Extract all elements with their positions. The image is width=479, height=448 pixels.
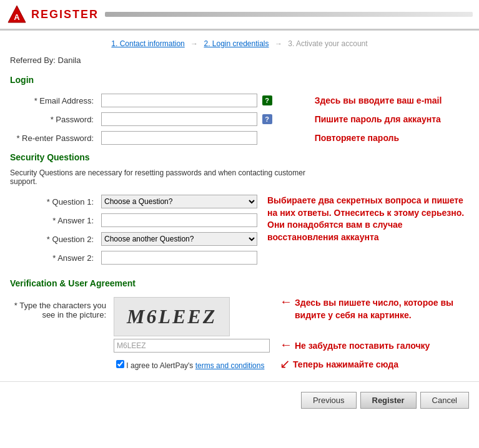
referred-by-row: Referred By: Danila — [0, 52, 479, 75]
arrow-register-icon: ↙ — [280, 356, 290, 371]
captcha-input-col: M6LEEZ — [110, 295, 274, 355]
reenter-row: * Re-enter Password: Повторяете пароль — [10, 129, 469, 147]
security-section-title: Security Questions — [10, 152, 469, 162]
answer1-input-cell — [97, 211, 261, 230]
security-annotation-col: Выбираете два секретных вопроса и пишете… — [267, 192, 469, 272]
main-content: Login * Email Address: ? Здесь вы вводит… — [0, 75, 479, 371]
captcha-annotation: Здесь вы пишете число, которое вы видите… — [295, 297, 469, 321]
answer2-input-cell — [97, 248, 261, 267]
password-label: * Password: — [10, 110, 97, 129]
previous-button[interactable]: Previous — [301, 392, 357, 409]
email-input[interactable] — [101, 94, 257, 107]
arrow-captcha-icon: ← — [280, 295, 292, 309]
question1-select[interactable]: Choose a Question? — [101, 195, 257, 208]
security-annotation: Выбираете два секретных вопроса и пишете… — [267, 195, 469, 243]
referred-by-name: Danila — [58, 56, 81, 65]
checkbox-annotation: Не забудьте поставить галочку — [295, 340, 430, 353]
password-annotation: Пишите пароль для аккаунта — [315, 114, 441, 124]
question2-row: * Question 2: Choose another Question? — [10, 230, 261, 248]
reenter-input[interactable] — [101, 131, 257, 145]
checkbox-row: I agree to AlertPay's terms and conditio… — [10, 360, 274, 370]
answer1-input[interactable] — [101, 213, 257, 227]
logo-area: A REGISTER — [6, 4, 99, 25]
register-annotation: Теперь нажимайте сюда — [293, 359, 398, 371]
question1-row: * Question 1: Choose a Question? — [10, 192, 261, 211]
page-header: A REGISTER — [0, 0, 479, 31]
password-row: * Password: ? Пишите пароль для аккаунта — [10, 110, 469, 129]
login-section-title: Login — [10, 75, 469, 85]
checkbox-annotation-row: ← Не забудьте поставить галочку — [280, 340, 469, 353]
password-help-icon[interactable]: ? — [262, 114, 272, 124]
security-questions-layout: * Question 1: Choose a Question? * Answe… — [10, 192, 469, 272]
breadcrumb-step1[interactable]: 1. Contact information — [111, 39, 184, 48]
button-row: Previous Register Cancel — [0, 381, 479, 419]
arrow1: → — [190, 39, 198, 48]
question2-select[interactable]: Choose another Question? — [101, 232, 257, 246]
password-annotation-cell: Пишите пароль для аккаунта — [306, 110, 469, 129]
reenter-input-cell — [97, 129, 306, 147]
agree-text: I agree to AlertPay's — [126, 361, 195, 370]
header-title: REGISTER — [31, 8, 99, 21]
captcha-display: M6LEEZ — [127, 305, 217, 328]
email-annotation: Здесь вы вводите ваш e-mail — [315, 95, 442, 105]
captcha-annotation-row: ← Здесь вы пишете число, которое вы види… — [280, 297, 469, 321]
verification-right: ← Здесь вы пишете число, которое вы види… — [280, 295, 469, 371]
email-input-cell: ? — [97, 91, 306, 110]
answer1-row: * Answer 1: — [10, 211, 261, 230]
password-input-cell: ? — [97, 110, 306, 129]
password-input[interactable] — [101, 112, 257, 126]
terms-link[interactable]: terms and conditions — [195, 361, 265, 370]
referred-by-label: Referred By: — [10, 56, 56, 65]
register-button[interactable]: Register — [360, 392, 417, 409]
arrow2: → — [275, 39, 282, 48]
email-annotation-cell: Здесь вы вводите ваш e-mail — [306, 91, 469, 110]
breadcrumb: 1. Contact information → 2. Login creden… — [0, 31, 479, 52]
captcha-image: M6LEEZ — [114, 297, 230, 336]
answer2-row: * Answer 2: — [10, 248, 261, 267]
agree-checkbox[interactable] — [116, 360, 124, 368]
verification-layout: * Type the characters you see in the pic… — [10, 295, 469, 371]
verification-section-title: Verification & User Agreement — [10, 278, 469, 288]
security-form: * Question 1: Choose a Question? * Answe… — [10, 192, 261, 267]
security-description: Security Questions are necessary for res… — [10, 168, 322, 186]
logo-icon: A — [6, 4, 27, 25]
arrow-checkbox-icon: ← — [280, 338, 292, 352]
captcha-input[interactable] — [114, 339, 270, 353]
question2-label: * Question 2: — [10, 230, 97, 248]
reenter-label: * Re-enter Password: — [10, 129, 97, 147]
answer2-input[interactable] — [101, 251, 257, 265]
answer2-label: * Answer 2: — [10, 248, 97, 267]
email-help-icon[interactable]: ? — [262, 95, 272, 105]
captcha-label: * Type the characters you see in the pic… — [10, 295, 110, 355]
verification-left: * Type the characters you see in the pic… — [10, 295, 274, 371]
verification-form: * Type the characters you see in the pic… — [10, 295, 274, 355]
breadcrumb-step2[interactable]: 2. Login credentials — [204, 39, 269, 48]
answer1-label: * Answer 1: — [10, 211, 97, 230]
question1-input-cell: Choose a Question? — [97, 192, 261, 211]
email-label: * Email Address: — [10, 91, 97, 110]
cancel-button[interactable]: Cancel — [420, 392, 469, 409]
security-form-col: * Question 1: Choose a Question? * Answe… — [10, 192, 261, 272]
reenter-annotation: Повторяете пароль — [315, 133, 399, 143]
header-bar — [105, 12, 473, 17]
question2-input-cell: Choose another Question? — [97, 230, 261, 248]
captcha-row: * Type the characters you see in the pic… — [10, 295, 274, 355]
register-annotation-row: ↙ Теперь нажимайте сюда — [280, 359, 469, 371]
svg-text:A: A — [14, 12, 20, 22]
question1-label: * Question 1: — [10, 192, 97, 211]
breadcrumb-step3: 3. Activate your account — [288, 39, 367, 48]
login-form: * Email Address: ? Здесь вы вводите ваш … — [10, 91, 469, 147]
reenter-annotation-cell: Повторяете пароль — [306, 129, 469, 147]
email-row: * Email Address: ? Здесь вы вводите ваш … — [10, 91, 469, 110]
